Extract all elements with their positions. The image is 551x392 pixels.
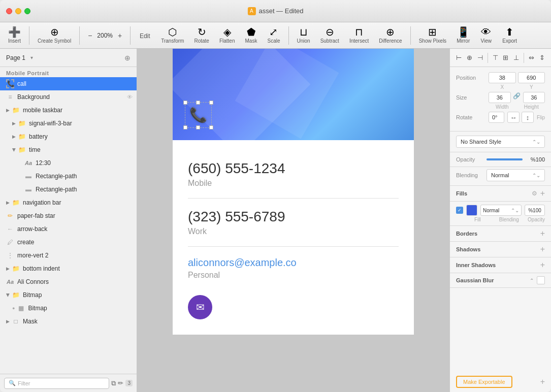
shadows-plus-btn[interactable]: + (540, 245, 545, 254)
mirror-button[interactable]: 📱 Mirror (452, 25, 474, 46)
layer-item-paper-fab[interactable]: ✏ paper-fab star (0, 209, 137, 222)
size-height-input[interactable]: 36 (523, 92, 545, 103)
layer-item-bitmap-group[interactable]: ▶ 📁 Bitmap (0, 288, 137, 302)
distribute-h-btn[interactable]: ⇔ (527, 52, 536, 64)
zoom-in-button[interactable]: + (116, 30, 124, 41)
create-symbol-button[interactable]: ⊕ Create Symbol (34, 25, 75, 46)
bitmap-triangle: ▶ (6, 293, 11, 297)
nav-folder-icon: 📁 (12, 199, 20, 206)
fills-gear-icon[interactable]: ⚙ (532, 190, 537, 197)
page-dropdown-icon[interactable]: ▾ (30, 55, 33, 60)
fills-section-header: Fills ⚙ + (450, 186, 551, 202)
position-x-input[interactable]: 38 (489, 72, 516, 83)
layer-item-create[interactable]: 🖊 create (0, 236, 137, 249)
edit-layer-icon[interactable]: ✏ (118, 379, 123, 387)
page-label[interactable]: Page 1 (6, 54, 25, 61)
view-button[interactable]: 👁 View (476, 25, 496, 46)
fills-plus-btn[interactable]: + (540, 189, 545, 198)
email-address: aliconnors@example.co (188, 257, 399, 269)
flatten-button[interactable]: ◈ Flatten (215, 25, 239, 46)
fill-checkbox[interactable]: ✓ (456, 207, 463, 214)
blur-dropdown-arrow[interactable]: ⌃ (530, 278, 534, 283)
zoom-out-button[interactable]: − (86, 30, 94, 41)
inner-shadows-plus-btn[interactable]: + (540, 260, 545, 270)
zoom-controls: − 200% + (84, 30, 126, 41)
layer-item-rect-path2[interactable]: ▬ Rectangle-path (0, 183, 137, 196)
distribute-v-btn[interactable]: ⇕ (537, 52, 547, 64)
align-left-btn[interactable]: ⊢ (454, 52, 464, 64)
subtract-icon: ⊖ (326, 27, 334, 37)
layer-item-bottom-indent[interactable]: ▶ 📁 bottom indent (0, 262, 137, 275)
edit-button[interactable]: Edit (135, 29, 155, 42)
export-button[interactable]: ⬆ Export (498, 25, 521, 46)
align-bottom-btn[interactable]: ⊥ (511, 52, 521, 64)
sidebar-expand-btn[interactable]: ⊕ (124, 54, 131, 62)
union-icon: ⊔ (300, 27, 308, 37)
minimize-button[interactable] (15, 8, 21, 14)
scale-button[interactable]: ⤢ Scale (263, 25, 284, 46)
layer-item-rect-path1[interactable]: ▬ Rectangle-path (0, 170, 137, 183)
insert-button[interactable]: ➕ Insert (4, 25, 25, 46)
create-icon: 🖊 (6, 239, 14, 246)
layer-item-background[interactable]: ≡ Background 👁 (0, 90, 137, 104)
layer-item-mask[interactable]: ▶ □ Mask (0, 315, 137, 328)
rotate-input[interactable]: 0° (489, 112, 504, 123)
subtract-label: Subtract (320, 38, 339, 44)
layer-item-ali-connors[interactable]: Aa Ali Connors (0, 275, 137, 288)
position-y-input[interactable]: 690 (518, 72, 545, 83)
difference-button[interactable]: ⊕ Difference (375, 25, 406, 46)
opacity-slider[interactable] (487, 158, 523, 160)
layer-item-more-vert[interactable]: ⋮ more-vert 2 (0, 249, 137, 262)
position-row: Position 38 690 (456, 72, 545, 83)
layer-item-time[interactable]: ▶ 📁 time (0, 143, 137, 156)
layer-item-battery[interactable]: ▶ 📁 battery (0, 130, 137, 143)
flip-horizontal-btn[interactable]: ↔ (507, 112, 520, 123)
show-pixels-icon: ⊞ (428, 27, 437, 37)
align-middle-btn[interactable]: ⊞ (501, 52, 510, 64)
layer-item-bitmap[interactable]: ● ▦ Bitmap (0, 302, 137, 315)
union-label: Union (297, 38, 310, 44)
fill-opacity-input[interactable]: %100 (525, 205, 545, 216)
align-center-h-btn[interactable]: ⊕ (465, 52, 474, 64)
layer-item-arrow-back[interactable]: ← arrow-back (0, 222, 137, 236)
intersect-button[interactable]: ⊓ Intersect (345, 25, 373, 46)
union-button[interactable]: ⊔ Union (293, 25, 314, 46)
subtract-button[interactable]: ⊖ Subtract (316, 25, 343, 46)
title-text: asset — Edited (258, 7, 303, 15)
make-exportable-button[interactable]: Make Exportable (456, 376, 512, 388)
rotate-button[interactable]: ↻ Rotate (190, 25, 213, 46)
gaussian-blur-title: Gaussian Blur (456, 277, 530, 283)
transform-button[interactable]: ⬡ Transform (157, 25, 188, 46)
size-width-input[interactable]: 36 (489, 92, 511, 103)
mask-button[interactable]: ⬟ Mask (241, 25, 261, 46)
link-icon[interactable]: 🔗 (513, 92, 521, 100)
align-top-btn[interactable]: ⊤ (491, 52, 500, 64)
blur-toggle[interactable] (537, 276, 545, 284)
filter-input[interactable]: 🔍 Filter (4, 378, 109, 389)
blending-dropdown[interactable]: Normal ⌃⌄ (487, 169, 545, 181)
borders-plus-btn[interactable]: + (540, 229, 545, 238)
show-pixels-button[interactable]: ⊞ Show Pixels (415, 25, 450, 46)
fill-sub-labels: Fill Blending Opacity (456, 217, 545, 222)
fill-color-swatch[interactable] (466, 205, 477, 216)
fill-blend-dropdown[interactable]: Normal ⌃⌄ (480, 205, 522, 216)
layer-item-signal-wifi[interactable]: ▶ 📁 signal-wifi-3-bar (0, 117, 137, 130)
flip-vertical-btn[interactable]: ↕ (522, 112, 534, 123)
y-label: Y (518, 84, 545, 90)
email-icon-circle: ✉ (188, 295, 212, 319)
insert-icon: ➕ (8, 27, 21, 37)
layer-item-call[interactable]: 📞 call (0, 77, 137, 90)
maximize-button[interactable] (24, 8, 30, 14)
layer-item-mobile-taskbar[interactable]: ▶ 📁 mobile taskbar (0, 104, 137, 117)
close-button[interactable] (6, 8, 12, 14)
bitmap-bullet: ● (12, 306, 15, 311)
align-right-btn[interactable]: ⊣ (475, 52, 485, 64)
visibility-icon[interactable]: 👁 (127, 94, 133, 100)
exportable-plus-btn[interactable]: + (540, 377, 545, 386)
layer-name-paper-fab: paper-fab star (17, 212, 133, 219)
style-dropdown[interactable]: No Shared Style ⌃⌄ (456, 136, 545, 148)
layer-item-nav-bar[interactable]: ▶ 📁 navigation bar (0, 196, 137, 209)
canvas-area[interactable]: 📞 (650) (137, 49, 449, 392)
layer-item-time-text[interactable]: Aa 12:30 (0, 156, 137, 170)
copy-icon[interactable]: ⧉ (111, 379, 116, 387)
